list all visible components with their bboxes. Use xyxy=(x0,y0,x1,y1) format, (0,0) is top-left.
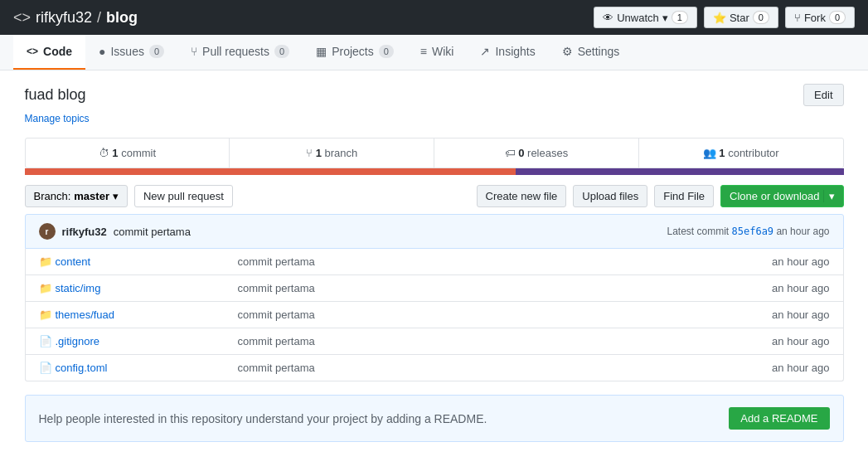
clone-download-button[interactable]: Clone or download ▾ xyxy=(720,185,843,207)
star-label: Star xyxy=(730,12,749,24)
branch-icon: ⑂ xyxy=(306,147,316,159)
branch-label: Branch: xyxy=(34,190,71,202)
clone-label: Clone or download xyxy=(730,190,819,202)
table-row: 📄 config.toml commit pertama an hour ago xyxy=(26,355,843,381)
folder-icon: 📁 xyxy=(39,255,56,268)
avatar: r xyxy=(39,223,56,240)
watch-button[interactable]: 👁 Unwatch ▾ 1 xyxy=(594,7,697,28)
branch-chevron-icon: ▾ xyxy=(113,190,119,202)
stats-bar: ⏱ 1 commit ⑂ 1 branch 🏷 0 releases 👥 1 c… xyxy=(25,138,844,168)
projects-count: 0 xyxy=(379,45,394,58)
insights-icon: ↗ xyxy=(480,45,490,58)
fork-button[interactable]: ⑂ Fork 0 xyxy=(785,7,855,28)
contributors-count: 1 xyxy=(719,147,725,159)
repo-icon: <> xyxy=(13,9,31,27)
table-row: 📁 themes/fuad commit pertama an hour ago xyxy=(26,302,843,328)
contributors-stat[interactable]: 👥 1 contributor xyxy=(639,138,843,168)
readme-banner: Help people interested in this repositor… xyxy=(25,395,844,442)
add-readme-button[interactable]: Add a README xyxy=(729,407,829,430)
projects-icon: ▦ xyxy=(316,45,327,58)
tab-insights[interactable]: ↗ Insights xyxy=(467,35,548,70)
repo-title: <> rifkyfu32 / blog xyxy=(13,9,138,27)
tab-settings[interactable]: ⚙ Settings xyxy=(549,35,633,70)
file-commit-msg: commit pertama xyxy=(238,308,747,321)
eye-icon: 👁 xyxy=(603,12,613,24)
commit-meta: Latest commit 85ef6a9 an hour ago xyxy=(667,226,829,237)
edit-button[interactable]: Edit xyxy=(803,84,843,106)
manage-topics-link[interactable]: Manage topics xyxy=(25,113,90,124)
repo-owner[interactable]: rifkyfu32 xyxy=(36,9,92,27)
code-icon: <> xyxy=(27,46,38,57)
file-time: an hour ago xyxy=(747,308,830,321)
file-commit-msg: commit pertama xyxy=(238,255,747,268)
contributors-icon: 👥 xyxy=(703,147,720,159)
contributors-label: contributor xyxy=(728,147,778,159)
tab-wiki[interactable]: ≡ Wiki xyxy=(407,35,468,70)
file-time: an hour ago xyxy=(747,335,830,347)
tabs-bar: <> Code ● Issues 0 ⑂ Pull requests 0 ▦ P… xyxy=(0,35,868,70)
releases-label: releases xyxy=(527,147,568,159)
watch-dropdown-icon: ▾ xyxy=(662,12,668,24)
description-row: fuad blog Edit xyxy=(25,84,844,106)
releases-stat[interactable]: 🏷 0 releases xyxy=(434,138,639,168)
watch-label: Unwatch xyxy=(617,12,659,24)
actions-row: Branch: master ▾ New pull request Create… xyxy=(25,185,844,207)
commit-clock-icon: ⏱ xyxy=(99,147,113,159)
folder-icon: 📁 xyxy=(39,282,56,294)
commit-sha-link[interactable]: 85ef6a9 xyxy=(732,226,774,237)
table-row: 📁 static/img commit pertama an hour ago xyxy=(26,275,843,302)
commit-header: r rifkyfu32 commit pertama Latest commit… xyxy=(25,214,844,249)
issues-icon: ● xyxy=(99,45,105,58)
manage-topics: Manage topics xyxy=(25,113,844,124)
tab-issues[interactable]: ● Issues 0 xyxy=(85,35,177,70)
lang-red-segment xyxy=(25,168,516,175)
file-name-gitignore[interactable]: .gitignore xyxy=(56,335,238,347)
tab-wiki-label: Wiki xyxy=(432,45,453,58)
file-name-config-toml[interactable]: config.toml xyxy=(56,362,238,374)
language-bar xyxy=(25,168,844,175)
commit-message: commit pertama xyxy=(114,226,191,238)
releases-count: 0 xyxy=(518,147,524,159)
table-row: 📄 .gitignore commit pertama an hour ago xyxy=(26,328,843,355)
file-doc-icon: 📄 xyxy=(39,362,56,374)
file-name-static-img[interactable]: static/img xyxy=(56,282,238,294)
tab-projects-label: Projects xyxy=(332,45,374,58)
tab-pr-label: Pull requests xyxy=(202,45,269,58)
commit-author[interactable]: rifkyfu32 xyxy=(62,226,107,238)
file-table: 📁 content commit pertama an hour ago 📁 s… xyxy=(25,249,844,381)
repo-name[interactable]: blog xyxy=(106,9,138,27)
fork-label: Fork xyxy=(804,12,826,24)
issues-count: 0 xyxy=(149,45,164,58)
commit-time: an hour ago xyxy=(776,226,829,237)
table-row: 📁 content commit pertama an hour ago xyxy=(26,249,843,275)
tab-projects[interactable]: ▦ Projects 0 xyxy=(303,35,407,70)
file-name-themes-fuad[interactable]: themes/fuad xyxy=(56,308,238,321)
repo-description: fuad blog xyxy=(25,86,86,104)
new-pull-request-button[interactable]: New pull request xyxy=(134,185,233,207)
find-file-button[interactable]: Find File xyxy=(654,185,714,207)
star-button[interactable]: ⭐ Star 0 xyxy=(704,7,778,28)
upload-files-button[interactable]: Upload files xyxy=(573,185,647,207)
star-count: 0 xyxy=(753,11,769,24)
settings-icon: ⚙ xyxy=(562,45,573,58)
file-name-content[interactable]: content xyxy=(56,255,238,268)
branches-stat[interactable]: ⑂ 1 branch xyxy=(230,138,434,168)
fork-count: 0 xyxy=(829,11,846,24)
tab-pullrequests[interactable]: ⑂ Pull requests 0 xyxy=(177,35,303,70)
avatar-initials: r xyxy=(46,227,49,236)
folder-icon: 📁 xyxy=(39,308,56,321)
branch-dropdown[interactable]: Branch: master ▾ xyxy=(25,185,128,207)
file-commit-msg: commit pertama xyxy=(238,282,747,294)
create-new-file-button[interactable]: Create new file xyxy=(477,185,567,207)
file-time: an hour ago xyxy=(747,282,830,294)
tab-code[interactable]: <> Code xyxy=(13,35,85,70)
repo-actions: 👁 Unwatch ▾ 1 ⭐ Star 0 ⑂ Fork 0 xyxy=(594,7,855,28)
star-icon: ⭐ xyxy=(713,12,726,24)
branch-name: master xyxy=(74,190,109,202)
tab-settings-label: Settings xyxy=(578,45,620,58)
readme-banner-text: Help people interested in this repositor… xyxy=(39,412,487,425)
commits-count: 1 xyxy=(112,147,118,159)
commits-stat[interactable]: ⏱ 1 commit xyxy=(26,138,230,168)
pr-count: 0 xyxy=(274,45,289,58)
pullrequest-icon: ⑂ xyxy=(191,45,197,58)
